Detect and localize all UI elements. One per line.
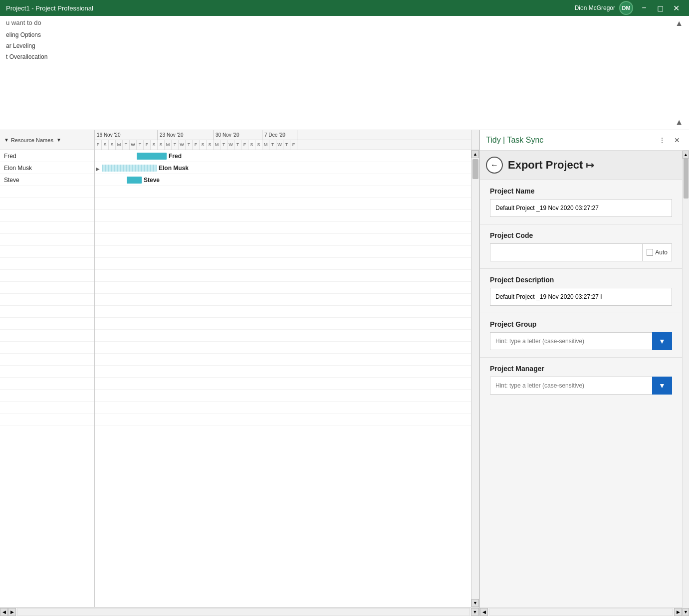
project-manager-dropdown-button[interactable]: ▼	[652, 377, 672, 395]
empty-row-2	[0, 198, 94, 210]
empty-row-12	[0, 318, 94, 330]
right-panel: Tidy | Task Sync ⋮ ✕ ← Export Project ↦	[479, 130, 689, 616]
chart-empty-19	[95, 402, 471, 413]
day-F3: F	[193, 140, 200, 150]
tellme-item-1[interactable]: eling Options	[6, 30, 47, 39]
chart-empty-4	[95, 222, 471, 234]
auto-checkbox[interactable]	[647, 249, 653, 256]
content-area: ▼ Resource Names ▼ 16 Nov '20 23 Nov '20…	[0, 130, 689, 616]
day-T5: T	[221, 140, 228, 150]
panel-scroll-down-btn[interactable]: ▼	[683, 608, 689, 616]
chart-empty-18	[95, 390, 471, 402]
project-name-label: Project Name	[490, 187, 672, 195]
panel-header: Tidy | Task Sync ⋮ ✕	[480, 130, 689, 151]
empty-row-4	[0, 222, 94, 234]
project-name-section: Project Name	[480, 180, 682, 224]
day-T4: T	[186, 140, 193, 150]
empty-row-14	[0, 342, 94, 354]
project-group-dropdown-button[interactable]: ▼	[652, 332, 672, 350]
panel-title: Tidy | Task Sync	[486, 136, 543, 145]
project-manager-input[interactable]	[490, 377, 652, 395]
day-S7: S	[248, 140, 255, 150]
gantt-scroll-left-btn[interactable]: ◀	[0, 608, 8, 616]
panel-scroll-left-btn[interactable]: ◀	[480, 608, 488, 616]
back-button[interactable]: ←	[486, 157, 503, 174]
day-S5: S	[200, 140, 207, 150]
export-arrow-icon: ↦	[586, 159, 594, 171]
day-S6: S	[207, 140, 214, 150]
scroll-up-button[interactable]: ▲	[471, 150, 479, 158]
week-1: 16 Nov '20	[95, 130, 158, 140]
day-W2: W	[179, 140, 186, 150]
close-button[interactable]: ✕	[669, 1, 683, 15]
empty-row-18	[0, 390, 94, 402]
project-name-input[interactable]	[490, 199, 672, 217]
empty-row-15	[0, 354, 94, 366]
chart-empty-13	[95, 330, 471, 342]
project-group-label: Project Group	[490, 320, 672, 328]
day-T1: T	[123, 140, 130, 150]
gantt-label-fred: Fred	[169, 153, 182, 160]
panel-scroll-up-btn[interactable]: ▲	[683, 151, 689, 159]
chart-empty-5	[95, 234, 471, 246]
empty-row-5	[0, 234, 94, 246]
day-T6: T	[234, 140, 241, 150]
panel-vertical-scrollbar[interactable]: ▲ ▼	[682, 151, 689, 616]
project-code-section: Project Code Auto	[480, 224, 682, 268]
chart-empty-12	[95, 318, 471, 330]
panel-bottom-scrollbar[interactable]: ◀ ▶	[480, 607, 682, 616]
sort-icon[interactable]: ▼	[4, 137, 9, 143]
day-S2: S	[109, 140, 116, 150]
tellme-item-3[interactable]: t Overallocation	[6, 52, 47, 61]
empty-row-17	[0, 378, 94, 390]
gantt-chart: Fred ▶ Elon Musk Steve	[95, 150, 471, 607]
gantt-label-steve: Steve	[144, 177, 160, 184]
project-description-input[interactable]	[490, 288, 672, 306]
panel-v-scroll-track	[683, 159, 689, 608]
gantt-body-wrapper: Fred Elon Musk Steve	[0, 150, 479, 607]
panel-scroll-right-btn[interactable]: ▶	[674, 608, 682, 616]
gantt-names-column: Fred Elon Musk Steve	[0, 150, 95, 607]
panel-close-button[interactable]: ✕	[671, 134, 683, 146]
scroll-thumb[interactable]	[472, 159, 478, 179]
gantt-horizontal-scrollbar[interactable]: ◀ ▶ ▼	[0, 607, 479, 616]
panel-menu-button[interactable]: ⋮	[656, 134, 668, 146]
gantt-scroll-right-btn-2[interactable]: ▶	[8, 608, 16, 616]
minimize-button[interactable]: −	[637, 1, 651, 15]
empty-row-6	[0, 246, 94, 258]
tellme-item-2[interactable]: ar Leveling	[6, 41, 47, 50]
gantt-bar-fred	[137, 153, 167, 160]
avatar: DM	[619, 1, 633, 15]
day-S8: S	[255, 140, 262, 150]
tellme-close-button[interactable]: ▲	[675, 19, 683, 28]
maximize-button[interactable]: ◻	[653, 1, 667, 15]
chart-empty-17	[95, 378, 471, 390]
chart-empty-11	[95, 306, 471, 318]
gantt-days-row: F S S M T W T F S S M T W T F	[95, 140, 471, 150]
project-group-section: Project Group ▼	[480, 313, 682, 357]
day-F5: F	[290, 140, 297, 150]
project-group-input[interactable]	[490, 332, 652, 350]
week-3: 30 Nov '20	[214, 130, 262, 140]
day-W1: W	[130, 140, 137, 150]
panel-scroll-thumb[interactable]	[684, 159, 689, 199]
chart-row-fred: Fred	[95, 150, 471, 162]
chart-empty-6	[95, 246, 471, 258]
gantt-area: ▼ Resource Names ▼ 16 Nov '20 23 Nov '20…	[0, 130, 479, 616]
auto-button[interactable]: Auto	[642, 243, 672, 261]
filter-icon[interactable]: ▼	[56, 137, 61, 143]
project-manager-chevron-icon: ▼	[659, 382, 666, 390]
day-M4: M	[262, 140, 269, 150]
day-M1: M	[116, 140, 123, 150]
scroll-down-button[interactable]: ▼	[471, 599, 479, 607]
app-title: Project1 - Project Professional	[6, 4, 93, 12]
resource-row-steve: Steve	[0, 174, 94, 186]
gantt-vertical-scrollbar[interactable]: ▲ ▼	[471, 150, 479, 607]
title-bar-left: Project1 - Project Professional	[6, 4, 93, 12]
empty-row-1	[0, 186, 94, 198]
project-code-input[interactable]	[490, 243, 642, 261]
tellme-collapse-button[interactable]: ▲	[675, 118, 683, 127]
gantt-label-elon: Elon Musk	[159, 165, 189, 172]
gantt-scroll-down-btn[interactable]: ▼	[471, 608, 479, 616]
project-manager-section: Project Manager ▼	[480, 358, 682, 402]
